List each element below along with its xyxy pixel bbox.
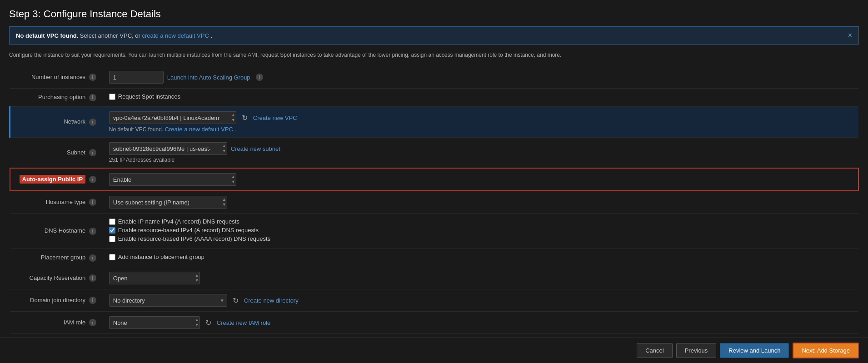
previous-button[interactable]: Previous	[676, 343, 717, 358]
capacity-reservation-label-cell: Capacity Reservation i	[10, 267, 103, 289]
dns-checkbox2-label: Enable resource-based IPv4 (A record) DN…	[109, 227, 852, 234]
iam-role-refresh-button[interactable]: ↻	[204, 318, 213, 328]
placement-group-checkbox-label: Add instance to placement group	[109, 254, 852, 260]
network-refresh-button[interactable]: ↻	[240, 113, 249, 123]
auto-assign-select-wrapper: Enable Disable Use subnet setting (Enabl…	[109, 173, 236, 186]
alert-bar: No default VPC found. Select another VPC…	[9, 26, 859, 45]
create-default-vpc-link2[interactable]: Create a new default VPC	[165, 126, 233, 133]
auto-assign-label: Auto-assign Public IP	[20, 175, 86, 184]
page-container: Step 3: Configure Instance Details No de…	[0, 0, 868, 363]
subnet-info-icon[interactable]: i	[89, 149, 96, 156]
alert-text-middle: Select another VPC, or	[80, 32, 142, 39]
alert-bold: No default VPC found.	[16, 32, 78, 39]
auto-assign-value-cell: Enable Disable Use subnet setting (Enabl…	[103, 168, 858, 191]
auto-assign-select[interactable]: Enable Disable Use subnet setting (Enabl…	[109, 173, 236, 186]
request-spot-instances-checkbox[interactable]	[109, 94, 115, 100]
network-row: Network i vpc-0a4ea72a7e0bf89b4 | LinuxA…	[10, 107, 859, 138]
iam-role-input-row: None ▲ ▼ ↻ Create new IAM role	[109, 316, 852, 329]
capacity-reservation-value-cell: Open None Target by ID ▲ ▼	[103, 267, 858, 289]
iam-role-info-icon[interactable]: i	[89, 319, 96, 326]
create-new-subnet-link[interactable]: Create new subnet	[231, 145, 280, 152]
page-title: Step 3: Configure Instance Details	[9, 8, 859, 20]
dns-checkbox3-label: Enable resource-based IPv6 (AAAA record)…	[109, 235, 852, 242]
launch-asg-link[interactable]: Launch into Auto Scaling Group	[167, 74, 250, 81]
hostname-type-row: Hostname type i Use subnet setting (IP n…	[10, 191, 859, 214]
number-of-instances-row: Number of instances i Launch into Auto S…	[10, 66, 859, 89]
network-no-default-row: No default VPC found. Create a new defau…	[109, 126, 852, 133]
domain-join-directory-value-cell: No directory ↻ Create new directory	[103, 289, 858, 312]
auto-assign-info-icon[interactable]: i	[89, 176, 96, 183]
purchasing-option-value-cell: Request Spot instances	[103, 89, 858, 107]
purchasing-option-info-icon[interactable]: i	[89, 94, 96, 101]
alert-text-end: .	[210, 32, 212, 39]
number-of-instances-input[interactable]	[109, 71, 164, 84]
network-label-cell: Network i	[10, 107, 103, 138]
dns-checkbox3[interactable]	[109, 236, 115, 242]
purchasing-option-row: Purchasing option i Request Spot instanc…	[10, 89, 859, 107]
dns-hostname-label-cell: DNS Hostname i	[10, 214, 103, 249]
hostname-type-select[interactable]: Use subnet setting (IP name) IP name Res…	[109, 196, 227, 209]
network-info-icon[interactable]: i	[89, 119, 96, 126]
subnet-input-row: subnet-09328ec9caf996f9e | us-east-1b ▲ …	[109, 142, 852, 155]
auto-assign-row: Auto-assign Public IP i Enable Disable U…	[10, 168, 859, 191]
network-select[interactable]: vpc-0a4ea72a7e0bf89b4 | LinuxAcademy	[109, 111, 236, 124]
dns-checkbox2[interactable]	[109, 227, 115, 234]
network-select-wrapper: vpc-0a4ea72a7e0bf89b4 | LinuxAcademy ▲ ▼	[109, 111, 236, 124]
number-of-instances-info-icon[interactable]: i	[89, 74, 96, 81]
placement-group-value-cell: Add instance to placement group	[103, 249, 858, 267]
placement-group-info-icon[interactable]: i	[89, 254, 96, 262]
create-new-directory-link[interactable]: Create new directory	[244, 297, 299, 304]
capacity-reservation-info-icon[interactable]: i	[89, 274, 96, 282]
iam-role-select-wrapper: None ▲ ▼	[109, 316, 200, 329]
hostname-type-info-icon[interactable]: i	[89, 199, 96, 206]
create-new-iam-role-link[interactable]: Create new IAM role	[217, 319, 271, 326]
domain-join-directory-select[interactable]: No directory	[109, 294, 227, 307]
subnet-select-wrapper: subnet-09328ec9caf996f9e | us-east-1b ▲ …	[109, 142, 227, 155]
dns-hostname-info-icon[interactable]: i	[89, 228, 96, 235]
capacity-reservation-row: Capacity Reservation i Open None Target …	[10, 267, 859, 289]
page-description: Configure the instance to suit your requ…	[9, 51, 859, 59]
domain-join-directory-label-cell: Domain join directory i	[10, 289, 103, 312]
iam-role-row: IAM role i None ▲ ▼ ↻ Create new	[10, 312, 859, 334]
create-new-vpc-link[interactable]: Create new VPC	[253, 114, 297, 121]
network-value-cell: vpc-0a4ea72a7e0bf89b4 | LinuxAcademy ▲ ▼…	[103, 107, 858, 138]
dns-hostname-value-cell: Enable IP name IPv4 (A record) DNS reque…	[103, 214, 858, 249]
request-spot-instances-label: Request Spot instances	[109, 93, 852, 100]
number-of-instances-value-cell: Launch into Auto Scaling Group i	[103, 66, 858, 89]
dns-hostname-row: DNS Hostname i Enable IP name IPv4 (A re…	[10, 214, 859, 249]
hostname-type-value-cell: Use subnet setting (IP name) IP name Res…	[103, 191, 858, 214]
domain-join-directory-input-row: No directory ↻ Create new directory	[109, 294, 852, 307]
purchasing-option-label: Purchasing option i	[10, 89, 103, 107]
iam-role-value-cell: None ▲ ▼ ↻ Create new IAM role	[103, 312, 858, 334]
dns-checkbox1-label: Enable IP name IPv4 (A record) DNS reque…	[109, 218, 852, 225]
iam-role-label-cell: IAM role i	[10, 312, 103, 334]
domain-join-directory-select-wrapper: No directory	[109, 294, 227, 307]
hostname-type-select-wrapper: Use subnet setting (IP name) IP name Res…	[109, 196, 227, 209]
placement-group-checkbox[interactable]	[109, 254, 115, 260]
number-of-instances-label: Number of instances i	[10, 66, 103, 89]
subnet-select[interactable]: subnet-09328ec9caf996f9e | us-east-1b	[109, 142, 227, 155]
placement-group-row: Placement group i Add instance to placem…	[10, 249, 859, 267]
subnet-label-cell: Subnet i	[10, 138, 103, 169]
subnet-row: Subnet i subnet-09328ec9caf996f9e | us-e…	[10, 138, 859, 169]
domain-join-directory-info-icon[interactable]: i	[89, 297, 96, 304]
domain-join-directory-row: Domain join directory i No directory ↻ C…	[10, 289, 859, 312]
close-alert-button[interactable]: ×	[848, 31, 852, 40]
next-add-storage-button[interactable]: Next: Add Storage	[793, 343, 859, 358]
create-default-vpc-link[interactable]: create a new default VPC	[142, 32, 209, 39]
auto-assign-label-cell: Auto-assign Public IP i	[10, 168, 103, 191]
review-launch-button[interactable]: Review and Launch	[720, 343, 789, 358]
placement-group-label-cell: Placement group i	[10, 249, 103, 267]
alert-text: No default VPC found. Select another VPC…	[16, 32, 212, 39]
domain-join-refresh-button[interactable]: ↻	[231, 295, 240, 306]
capacity-reservation-select[interactable]: Open None Target by ID	[109, 272, 200, 284]
subnet-ip-count: 251 IP Addresses available	[109, 157, 852, 163]
capacity-reservation-select-wrapper: Open None Target by ID ▲ ▼	[109, 272, 200, 284]
configure-form: Number of instances i Launch into Auto S…	[9, 66, 859, 356]
hostname-type-label-cell: Hostname type i	[10, 191, 103, 214]
cancel-button[interactable]: Cancel	[637, 343, 672, 358]
dns-checkbox1[interactable]	[109, 219, 115, 225]
iam-role-select[interactable]: None	[109, 316, 200, 329]
network-input-row: vpc-0a4ea72a7e0bf89b4 | LinuxAcademy ▲ ▼…	[109, 111, 852, 124]
launch-asg-info-icon[interactable]: i	[256, 74, 263, 81]
